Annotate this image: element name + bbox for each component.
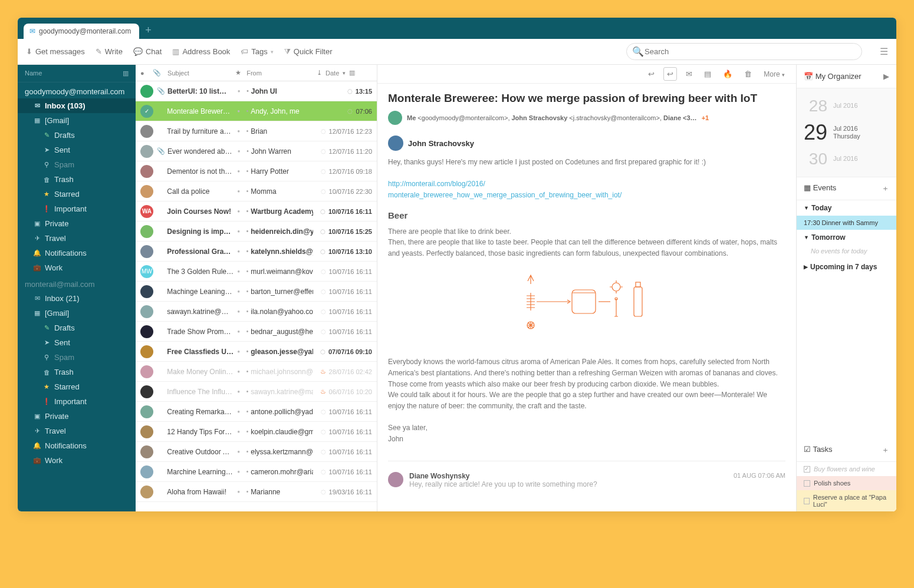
- article-link[interactable]: http://monterail.com/blog/2016/: [388, 180, 485, 188]
- folder-item[interactable]: 🗑Trash: [18, 172, 136, 187]
- checkbox-icon[interactable]: [804, 498, 810, 504]
- columns-icon[interactable]: ▥: [123, 70, 129, 77]
- folder-item[interactable]: ➤Sent: [18, 335, 136, 350]
- add-task-button[interactable]: ＋: [882, 445, 889, 455]
- tab-bar: ✉ goodymoody@monterail.com +: [18, 18, 896, 39]
- message-row[interactable]: MWThe 3 Golden Rules Proff…●murl.weimann…: [136, 262, 377, 282]
- folder-item[interactable]: ▣Private: [18, 216, 136, 231]
- search-field[interactable]: 🔍: [626, 43, 862, 60]
- message-row[interactable]: 📎Ever wondered abou…●John Warren◌ 12/07/…: [136, 141, 377, 161]
- task-item[interactable]: Polish shoes: [797, 476, 896, 490]
- folder-item[interactable]: ✉Inbox (103): [18, 98, 136, 113]
- message-row[interactable]: Creative Outdoor Ads●elyssa.kertzmann@ya…: [136, 442, 377, 462]
- write-button[interactable]: ✎Write: [96, 47, 123, 56]
- account-label[interactable]: goodymoody@monterail.com: [18, 82, 136, 98]
- events-today[interactable]: ▼Today: [797, 200, 896, 216]
- folder-item[interactable]: 💼Work: [18, 453, 136, 468]
- forward-button[interactable]: ✉: [683, 68, 695, 80]
- folder-item[interactable]: ✈Travel: [18, 424, 136, 438]
- reply-all-button[interactable]: ↩: [663, 67, 677, 81]
- reply-button[interactable]: ↩: [645, 68, 657, 80]
- message-row[interactable]: Call da police●Momma◌ 10/07/16 22:30: [136, 181, 377, 201]
- event-item[interactable]: 17:30 Dinner with Sammy: [797, 216, 896, 230]
- folder-item[interactable]: ★Starred: [18, 187, 136, 201]
- folder-item[interactable]: ▦[Gmail]: [18, 306, 136, 321]
- message-row[interactable]: Trade Show Promotions●bednar_august@hend…: [136, 322, 377, 342]
- folder-item[interactable]: 🗑Trash: [18, 365, 136, 379]
- task-item[interactable]: Reserve a place at "Papa Luci": [797, 490, 896, 511]
- folder-item[interactable]: 🔔Notifications: [18, 438, 136, 453]
- message-row[interactable]: Aloha from Hawaii!●Marianne◌ 19/03/16 16…: [136, 482, 377, 502]
- attachment-icon[interactable]: 📎: [153, 69, 162, 77]
- folder-item[interactable]: ✉Inbox (21): [18, 291, 136, 306]
- search-input[interactable]: [626, 43, 862, 60]
- message-row[interactable]: Influence The Influence…●sawayn.katrine@…: [136, 382, 377, 402]
- avatar: [140, 405, 153, 418]
- message-row[interactable]: Marchine Learning is …●cameron.mohr@aria…: [136, 462, 377, 482]
- message-row[interactable]: Professional Graphic De…●katelynn.shield…: [136, 242, 377, 262]
- junk-button[interactable]: 🔥: [720, 68, 735, 80]
- account-label[interactable]: monterail@mail.com: [18, 275, 136, 291]
- quick-filter-button[interactable]: ⧩Quick Filter: [284, 47, 333, 57]
- tab-add-button[interactable]: +: [139, 22, 157, 39]
- col-date[interactable]: ⤓Date▾▥: [317, 69, 372, 77]
- tags-button[interactable]: 🏷Tags▾: [241, 47, 273, 56]
- message-row[interactable]: Designing is important●heidenreich.din@y…: [136, 222, 377, 242]
- message-row[interactable]: Trail by furniture as…●Brian◌ 12/07/16 1…: [136, 121, 377, 141]
- col-from[interactable]: From: [246, 70, 313, 77]
- get-messages-button[interactable]: ⬇Get messages: [26, 47, 85, 56]
- folder-item[interactable]: ✈Travel: [18, 231, 136, 246]
- tab-account[interactable]: ✉ goodymoody@monterail.com: [24, 24, 139, 39]
- message-row[interactable]: 12 Handy Tips For Gener…●koelpin.claudie…: [136, 422, 377, 442]
- more-recipients[interactable]: +1: [702, 114, 709, 121]
- events-upcoming[interactable]: ▶Upcoming in 7 days: [797, 259, 896, 275]
- address-book-button[interactable]: ▥Address Book: [172, 47, 230, 56]
- folder-item[interactable]: ★Starred: [18, 379, 136, 394]
- star-icon: ●: [238, 88, 243, 94]
- calendar-day[interactable]: 28Jul 2016: [797, 94, 896, 118]
- delete-button[interactable]: 🗑: [741, 68, 755, 80]
- avatar: ✓: [140, 105, 153, 118]
- article-link[interactable]: monterale_breweree_how_we_merge_passion_…: [388, 191, 622, 199]
- folder-icon: 🗑: [42, 176, 51, 183]
- folder-item[interactable]: ✎Drafts: [18, 321, 136, 335]
- folder-item[interactable]: ❗Important: [18, 201, 136, 216]
- folder-item[interactable]: ▦[Gmail]: [18, 113, 136, 128]
- message-row[interactable]: WAJoin Courses Now!●Wartburg Academy◌ 10…: [136, 201, 377, 222]
- calendar-day[interactable]: 30Jul 2016: [797, 147, 896, 171]
- message-row[interactable]: Dementor is not that bad●Harry Potter◌ 1…: [136, 161, 377, 181]
- message-date: ◌ 12/07/16 12:23: [317, 128, 372, 135]
- checkbox-icon[interactable]: [804, 480, 810, 487]
- folder-item[interactable]: ⚲Spam: [18, 157, 136, 172]
- folder-item[interactable]: ⚲Spam: [18, 350, 136, 365]
- message-row[interactable]: 📎BetterUI: 10 list…●John UI◌ 13:15: [136, 81, 377, 101]
- message-subject: Machinge Leaning is …: [167, 288, 234, 296]
- message-row[interactable]: ✓Monterale Breweree: H…●Andy, John, me◌ …: [136, 101, 377, 121]
- folder-item[interactable]: ➤Sent: [18, 143, 136, 157]
- star-icon[interactable]: ★: [235, 69, 243, 77]
- folder-item[interactable]: 💼Work: [18, 260, 136, 275]
- message-row[interactable]: Free Classfieds Using Th…●gleason.jesse@…: [136, 342, 377, 362]
- checkbox-icon[interactable]: [804, 466, 810, 473]
- menu-button[interactable]: ☰: [880, 46, 888, 57]
- more-button[interactable]: More ▾: [761, 68, 788, 80]
- folder-item[interactable]: 🔔Notifications: [18, 246, 136, 260]
- message-row[interactable]: Machinge Leaning is …●barton_turner@effe…: [136, 282, 377, 302]
- task-item[interactable]: Buy flowers and wine: [797, 462, 896, 476]
- folder-item[interactable]: ✎Drafts: [18, 128, 136, 143]
- folder-icon: ❗: [42, 205, 51, 213]
- calendar-day[interactable]: 29Jul 2016Thursday: [797, 118, 896, 147]
- chat-button[interactable]: 💬Chat: [133, 47, 162, 56]
- message-row[interactable]: Creating Remarkable Po…●antone.pollich@y…: [136, 402, 377, 422]
- message-row[interactable]: sawayn.katrine@manley…●ila.nolan@yahoo.c…: [136, 302, 377, 322]
- folder-item[interactable]: ▣Private: [18, 409, 136, 424]
- unread-icon: ◌: [321, 268, 326, 275]
- add-event-button[interactable]: ＋: [882, 183, 889, 194]
- message-row[interactable]: Make Money Online Thr…●michael.johnsonn@…: [136, 362, 377, 382]
- status-icon[interactable]: ●: [140, 70, 149, 77]
- expand-button[interactable]: ▶: [883, 72, 889, 81]
- folder-item[interactable]: ❗Important: [18, 394, 136, 409]
- col-subject[interactable]: Subject: [165, 70, 232, 77]
- archive-button[interactable]: ▤: [701, 68, 714, 80]
- events-tomorrow[interactable]: ▼Tomorrow: [797, 230, 896, 245]
